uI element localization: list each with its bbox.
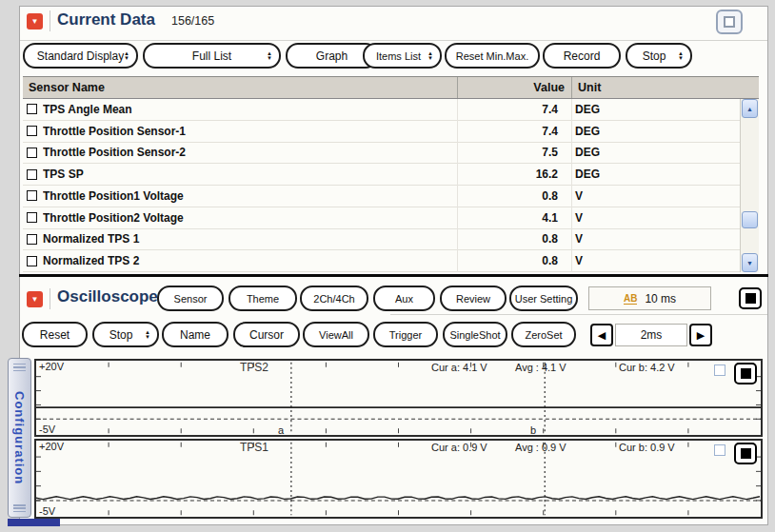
review-button[interactable]: Review [440,286,507,311]
scope-stop-button[interactable]: Stop ▲▼ [92,322,159,347]
dropdown-arrows-icon: ▲▼ [124,51,129,61]
viewall-button[interactable]: ViewAll [303,322,369,347]
triangle-down-icon: ▼ [31,296,39,304]
button-label: Name [180,328,210,342]
table-row[interactable]: Throttle Position2 Voltage4.1V [23,207,740,229]
2ch-4ch-button[interactable]: 2Ch/4Ch [300,286,368,311]
sensor-value: 0.8 [462,254,558,267]
items-list-button[interactable]: Items List ▲▼ [363,43,442,69]
row-checkbox[interactable] [27,148,37,158]
right-arrow-icon: ▶ [697,329,705,342]
channel-stop-button[interactable] [734,443,757,464]
window-control-button[interactable] [716,10,743,34]
aux-button[interactable]: Aux [373,286,435,311]
sensor-name: TPS Angle Mean [43,103,462,116]
sensor-unit: DEG [575,146,600,159]
button-label: Reset [40,328,70,342]
col-unit[interactable]: Unit [578,81,601,94]
configuration-tab-base [8,519,60,526]
row-checkbox[interactable] [27,126,37,136]
table-row[interactable]: Throttle Position Sensor-27.5DEG [23,143,740,165]
timebase-increase-button[interactable]: ▶ [689,324,712,346]
sensor-unit: V [575,189,583,203]
button-label: ZeroSet [525,329,562,341]
cursor-button[interactable]: Cursor [233,322,300,347]
dropdown-arrows-icon: ▲▼ [145,330,150,340]
sensor-button[interactable]: Sensor [157,286,224,311]
stop-button[interactable]: Stop ▲▼ [626,43,692,69]
table-row[interactable]: TPS Angle Mean7.4DEG [23,99,740,121]
button-label: SingleShot [449,329,500,341]
theme-button[interactable]: Theme [229,286,297,311]
record-button[interactable]: Record [543,43,621,69]
filled-square-icon [741,368,751,379]
row-checkbox[interactable] [27,190,37,201]
oscilloscope-stop-button[interactable] [739,287,762,309]
current-data-title: Current Data [57,10,155,30]
reset-minmax-button[interactable]: Reset Min.Max. [445,43,540,69]
full-list-button[interactable]: Full List ▲▼ [143,43,281,69]
scrollbar-thumb[interactable] [742,211,758,228]
user-setting-button[interactable]: User Setting [509,286,578,311]
ab-time-value: 10 ms [645,292,676,305]
button-label: ViewAll [319,329,353,341]
row-checkbox[interactable] [27,104,37,114]
row-checkbox[interactable] [27,212,37,223]
table-header: Sensor Name Value Unit [23,76,759,99]
square-icon [724,16,735,28]
sensor-table: TPS Angle Mean7.4DEG Throttle Position S… [23,99,740,272]
dropdown-arrows-icon: ▲▼ [678,51,684,61]
scroll-down-icon: ▼ [746,260,753,266]
sensor-unit: DEG [575,167,600,181]
avg-readout: Avg : 4.1 V [515,362,566,373]
button-label: 2Ch/4Ch [313,293,354,305]
section-collapse-icon[interactable]: ▼ [27,291,43,307]
configuration-tab[interactable]: Configuration [8,358,31,518]
col-sensor-name[interactable]: Sensor Name [29,81,105,94]
cursor-a-readout: Cur a: 4.1 V [431,362,487,373]
standard-display-button[interactable]: Standard Display ▲▼ [23,43,138,69]
table-row[interactable]: Throttle Position1 Voltage0.8V [23,186,740,207]
item-count: 156/165 [171,14,214,28]
button-label: Stop [109,328,133,342]
table-row[interactable]: TPS SP16.2DEG [23,164,740,186]
col-value[interactable]: Value [457,81,565,94]
column-divider [457,77,458,98]
row-checkbox[interactable] [27,234,37,245]
cursor-b-readout: Cur b: 4.2 V [619,362,675,373]
sensor-unit: V [575,254,583,267]
channel-checkbox[interactable] [714,444,725,456]
column-divider [571,99,572,272]
table-row[interactable]: Normalized TPS 10.8V [23,229,740,251]
vmin-label: -5V [39,424,55,435]
scroll-down-button[interactable]: ▼ [742,253,758,272]
timebase-decrease-button[interactable]: ◀ [590,324,613,346]
section-collapse-icon[interactable]: ▼ [27,13,43,30]
scroll-up-button[interactable]: ▲ [742,99,758,118]
name-button[interactable]: Name [162,322,229,347]
sensor-value: 7.5 [462,146,558,159]
button-label: Sensor [174,293,208,305]
row-checkbox[interactable] [27,169,37,180]
channel-name: TPS1 [240,441,268,454]
trigger-button[interactable]: Trigger [373,322,438,347]
table-scrollbar[interactable]: ▲ ▼ [740,99,759,272]
configuration-tab-label: Configuration [12,376,27,500]
button-label: Items List [376,50,421,62]
singleshot-button[interactable]: SingleShot [443,322,507,347]
channel-stop-button[interactable] [734,363,757,384]
reset-button[interactable]: Reset [22,322,88,347]
table-row[interactable]: Normalized TPS 20.8V [23,250,740,272]
table-row[interactable]: Throttle Position Sensor-17.4DEG [23,121,740,143]
sensor-unit: V [575,232,583,246]
divider [50,288,50,309]
dropdown-arrows-icon: ▲▼ [427,51,433,61]
cursor-b-readout: Cur b: 0.9 V [619,442,675,453]
row-checkbox[interactable] [27,256,37,266]
cursor-b-label: b [530,424,536,436]
channel-checkbox[interactable] [714,365,725,376]
zeroset-button[interactable]: ZeroSet [511,322,576,347]
oscilloscope-channel-2: +20V -5V TPS1 Cur a: 0.9 V Avg : 0.9 V C… [34,439,763,519]
sensor-value: 4.1 [462,211,558,225]
sensor-name: TPS SP [43,167,462,181]
